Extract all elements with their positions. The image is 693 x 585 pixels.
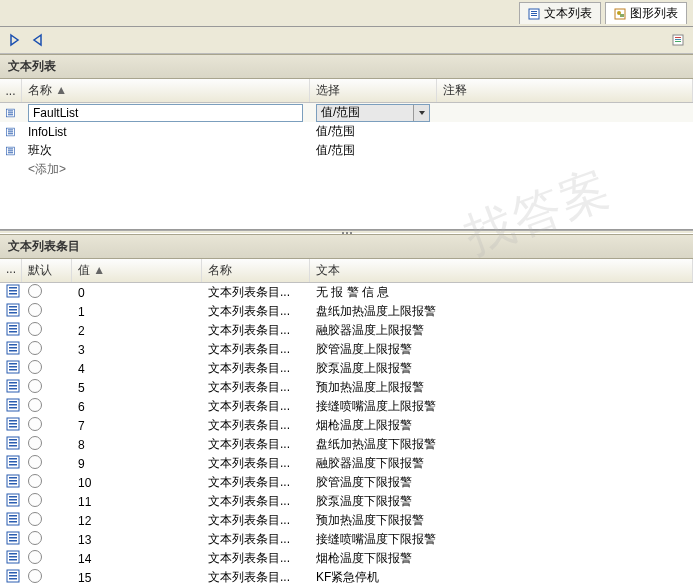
row-handle[interactable] (0, 359, 22, 378)
entry-row[interactable]: 4文本列表条目...胶泵温度上限报警 (0, 359, 693, 378)
default-cell[interactable] (22, 302, 72, 321)
entry-row[interactable]: 8文本列表条目... 盘纸加热温度下限报警 (0, 435, 693, 454)
note-cell[interactable] (437, 131, 693, 133)
col-header-select[interactable]: 选择 (310, 79, 437, 102)
select-cell[interactable]: 值/范围 (310, 122, 437, 141)
col-header-handle[interactable]: ... (0, 79, 22, 102)
default-radio[interactable] (28, 569, 42, 583)
default-radio[interactable] (28, 436, 42, 450)
value-cell[interactable]: 6 (72, 399, 202, 415)
row-handle[interactable] (0, 454, 22, 473)
select-cell[interactable]: 值/范围 (310, 103, 437, 123)
row-handle[interactable] (0, 143, 22, 159)
text-cell[interactable]: 预加热温度上限报警 (310, 378, 693, 397)
default-cell[interactable] (22, 416, 72, 435)
default-radio[interactable] (28, 284, 42, 298)
name-cell[interactable]: 文本列表条目... (202, 511, 310, 530)
value-cell[interactable]: 5 (72, 380, 202, 396)
col-header-handle[interactable]: ... (0, 259, 22, 282)
entry-row[interactable]: 1文本列表条目... 盘纸加热温度上限报警 (0, 302, 693, 321)
name-cell[interactable]: 文本列表条目... (202, 359, 310, 378)
value-cell[interactable]: 3 (72, 342, 202, 358)
row-handle[interactable] (0, 283, 22, 302)
text-cell[interactable]: 胶泵温度上限报警 (310, 359, 693, 378)
row-handle[interactable] (0, 321, 22, 340)
entry-row[interactable]: 9文本列表条目...融胶器温度下限报警 (0, 454, 693, 473)
text-cell[interactable]: 接缝喷嘴温度下限报警 (310, 530, 693, 549)
entry-row[interactable]: 5文本列表条目...预加热温度上限报警 (0, 378, 693, 397)
value-cell[interactable]: 1 (72, 304, 202, 320)
default-radio[interactable] (28, 474, 42, 488)
name-cell[interactable]: 文本列表条目... (202, 416, 310, 435)
row-handle[interactable] (0, 397, 22, 416)
default-cell[interactable] (22, 359, 72, 378)
entry-row[interactable]: 0文本列表条目...无 报 警 信 息 (0, 283, 693, 302)
default-cell[interactable] (22, 511, 72, 530)
default-radio[interactable] (28, 417, 42, 431)
entry-row[interactable]: 13文本列表条目...接缝喷嘴温度下限报警 (0, 530, 693, 549)
default-radio[interactable] (28, 550, 42, 564)
name-cell[interactable] (22, 103, 310, 123)
name-cell[interactable]: 文本列表条目... (202, 530, 310, 549)
default-cell[interactable] (22, 378, 72, 397)
add-placeholder[interactable]: <添加> (22, 160, 310, 179)
default-radio[interactable] (28, 360, 42, 374)
entry-row[interactable]: 3文本列表条目...胶管温度上限报警 (0, 340, 693, 359)
default-cell[interactable] (22, 283, 72, 302)
select-cell[interactable]: 值/范围 (310, 141, 437, 160)
value-cell[interactable]: 13 (72, 532, 202, 548)
text-cell[interactable]: KF紧急停机 (310, 568, 693, 585)
col-header-note[interactable]: 注释 (437, 79, 693, 102)
row-handle[interactable] (0, 124, 22, 140)
default-radio[interactable] (28, 512, 42, 526)
text-cell[interactable]: 融胶器温度下限报警 (310, 454, 693, 473)
row-handle[interactable] (0, 378, 22, 397)
row-handle[interactable] (0, 511, 22, 530)
text-cell[interactable]: 胶管温度上限报警 (310, 340, 693, 359)
default-radio[interactable] (28, 303, 42, 317)
text-cell[interactable]: 无 报 警 信 息 (310, 283, 693, 302)
name-cell[interactable]: 文本列表条目... (202, 454, 310, 473)
tab-text-list[interactable]: 文本列表 (519, 2, 601, 24)
list-row[interactable]: 值/范围 (0, 103, 693, 122)
list-row[interactable]: 班次值/范围 (0, 141, 693, 160)
value-cell[interactable]: 10 (72, 475, 202, 491)
entry-row[interactable]: 2文本列表条目...融胶器温度上限报警 (0, 321, 693, 340)
name-cell[interactable]: InfoList (22, 124, 310, 140)
name-cell[interactable]: 文本列表条目... (202, 549, 310, 568)
entry-row[interactable]: 6文本列表条目...接缝喷嘴温度上限报警 (0, 397, 693, 416)
name-cell[interactable]: 文本列表条目... (202, 283, 310, 302)
row-handle[interactable] (0, 568, 22, 585)
name-cell[interactable]: 文本列表条目... (202, 492, 310, 511)
default-cell[interactable] (22, 530, 72, 549)
value-cell[interactable]: 14 (72, 551, 202, 567)
name-cell[interactable]: 文本列表条目... (202, 473, 310, 492)
row-handle[interactable] (0, 302, 22, 321)
default-radio[interactable] (28, 455, 42, 469)
row-handle[interactable] (0, 492, 22, 511)
text-cell[interactable]: 烟枪温度下限报警 (310, 549, 693, 568)
value-cell[interactable]: 4 (72, 361, 202, 377)
value-cell[interactable]: 11 (72, 494, 202, 510)
entry-row[interactable]: 14文本列表条目...烟枪温度下限报警 (0, 549, 693, 568)
text-cell[interactable]: 烟枪温度上限报警 (310, 416, 693, 435)
col-header-name[interactable]: 名称 ▲ (22, 79, 310, 102)
name-cell[interactable]: 文本列表条目... (202, 435, 310, 454)
entry-row[interactable]: 7文本列表条目...烟枪温度上限报警 (0, 416, 693, 435)
list-row[interactable]: InfoList值/范围 (0, 122, 693, 141)
select-dropdown[interactable]: 值/范围 (316, 104, 430, 122)
row-handle[interactable] (0, 105, 22, 121)
default-cell[interactable] (22, 568, 72, 585)
text-cell[interactable]: 胶泵温度下限报警 (310, 492, 693, 511)
default-cell[interactable] (22, 321, 72, 340)
value-cell[interactable]: 0 (72, 285, 202, 301)
text-cell[interactable]: 胶管温度下限报警 (310, 473, 693, 492)
properties-button[interactable] (669, 31, 687, 49)
entry-row[interactable]: 12文本列表条目...预加热温度下限报警 (0, 511, 693, 530)
nav-back-button[interactable] (28, 31, 46, 49)
name-cell[interactable]: 文本列表条目... (202, 302, 310, 321)
default-radio[interactable] (28, 379, 42, 393)
row-handle[interactable] (0, 473, 22, 492)
entry-row[interactable]: 11文本列表条目...胶泵温度下限报警 (0, 492, 693, 511)
row-handle[interactable] (0, 549, 22, 568)
